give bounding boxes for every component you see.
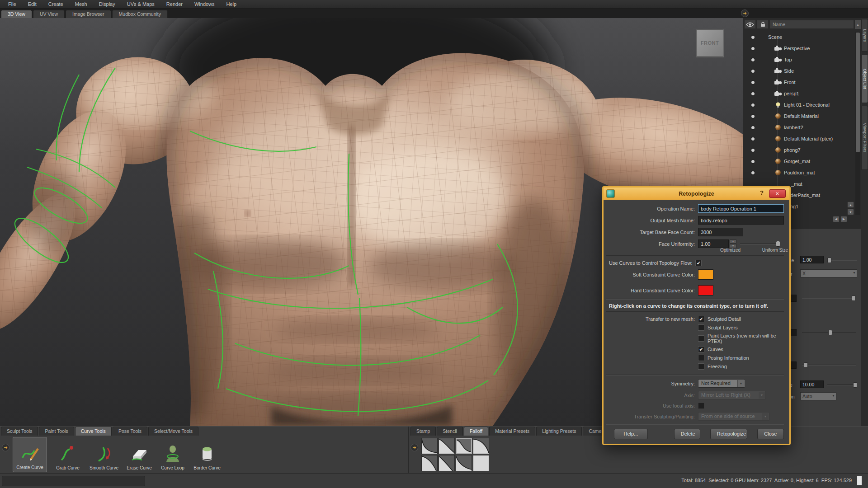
help-button[interactable]: Help... xyxy=(614,429,648,439)
visibility-dot[interactable] xyxy=(751,171,755,174)
tab-3d-view[interactable]: 3D View xyxy=(1,10,32,18)
tree-scroll-left-button[interactable]: ◀ xyxy=(833,216,840,222)
delete-button[interactable]: Delete xyxy=(674,429,700,439)
visibility-dot[interactable] xyxy=(751,36,755,39)
transfer-option-curves[interactable]: ✔ Curves xyxy=(698,346,784,352)
panel-expand-icon[interactable]: ➜ xyxy=(741,9,749,17)
tab-lighting-presets[interactable]: Lighting Presets xyxy=(536,427,582,436)
tree-item-perspective[interactable]: Perspective xyxy=(743,43,855,54)
size-slider[interactable] xyxy=(827,260,857,261)
dialog-help-button[interactable]: ? xyxy=(758,189,766,197)
visibility-dot[interactable] xyxy=(751,160,755,163)
transfer-option-paint-layers[interactable]: Paint Layers (new mesh will be PTEX) xyxy=(698,333,784,344)
output-mesh-name-input[interactable] xyxy=(698,216,784,225)
falloff-preset-7[interactable] xyxy=(456,455,472,471)
checkbox[interactable] xyxy=(698,335,704,342)
tree-scroll-up-button[interactable]: ▲ xyxy=(847,202,854,208)
visibility-dot[interactable] xyxy=(751,58,755,61)
tab-pose-tools[interactable]: Pose Tools xyxy=(113,427,147,436)
size-value[interactable]: 1.00 xyxy=(800,256,824,263)
visibility-dot[interactable] xyxy=(751,92,755,95)
target-base-face-count-input[interactable] xyxy=(698,228,743,236)
close-button[interactable]: Close xyxy=(757,429,784,439)
menu-windows[interactable]: Windows xyxy=(189,0,220,8)
tree-scroll-right-button[interactable]: ▶ xyxy=(840,216,847,222)
menu-create[interactable]: Create xyxy=(43,0,69,8)
visibility-dot[interactable] xyxy=(751,115,755,118)
tree-item-default-material-ptex[interactable]: Default Material (ptex) xyxy=(743,133,855,144)
name-column-header[interactable]: Name xyxy=(769,20,854,29)
lock-icon[interactable] xyxy=(757,20,769,29)
tree-item-lambert2[interactable]: lambert2 xyxy=(743,122,855,133)
tree-item-default-material[interactable]: Default Material xyxy=(743,111,855,122)
face-uniformity-slider[interactable] xyxy=(740,244,780,244)
tree-scroll-down-button[interactable]: ▼ xyxy=(847,209,854,215)
checkbox[interactable]: ✔ xyxy=(698,346,704,352)
tab-mudbox-community[interactable]: Mudbox Community xyxy=(112,10,168,18)
transfer-option-sculpt-layers[interactable]: Sculpt Layers xyxy=(698,324,784,331)
slider-knob[interactable] xyxy=(804,362,808,368)
slider-knob[interactable] xyxy=(827,258,831,263)
tab-uv-view[interactable]: UV View xyxy=(33,10,65,18)
menu-uvs-maps[interactable]: UVs & Maps xyxy=(122,0,160,8)
transfer-option-sculpted-detail[interactable]: ✔ Sculpted Detail xyxy=(698,316,784,322)
tree-item-side[interactable]: Side xyxy=(743,66,855,76)
menu-file[interactable]: File xyxy=(3,0,22,8)
dialog-titlebar[interactable]: Retopologize ? ✕ xyxy=(604,188,789,200)
visibility-dot[interactable] xyxy=(751,149,755,152)
falloff-preset-6[interactable] xyxy=(439,455,455,471)
tab-sculpt-tools[interactable]: Sculpt Tools xyxy=(1,427,38,436)
use-curves-checkbox[interactable]: ✔ xyxy=(695,260,702,266)
falloff-preset-4[interactable] xyxy=(473,438,489,454)
tab-layers[interactable]: Layers xyxy=(861,19,868,52)
falloff-preset-5[interactable] xyxy=(421,455,438,471)
symmetry-dropdown[interactable]: Not Required▼ xyxy=(698,379,745,388)
slider-knob[interactable] xyxy=(828,330,832,335)
mode-dropdown[interactable]: Auto▼ xyxy=(800,392,836,400)
tool-create-curve[interactable]: Create Curve xyxy=(13,437,47,472)
menu-mesh[interactable]: Mesh xyxy=(70,0,93,8)
transfer-option-freezing[interactable]: Freezing xyxy=(698,363,784,370)
falloff-preset-2[interactable] xyxy=(439,438,455,454)
checkbox[interactable]: ✔ xyxy=(698,316,704,322)
tab-select-move-tools[interactable]: Select/Move Tools xyxy=(148,427,198,436)
falloff-preset-8[interactable] xyxy=(473,455,489,471)
visibility-dot[interactable] xyxy=(751,103,755,107)
header-scroll-button[interactable]: ▲ xyxy=(855,20,861,29)
dialog-close-button[interactable]: ✕ xyxy=(769,189,786,198)
tool-tray-expand-icon[interactable]: ➜ xyxy=(2,444,9,451)
tree-item-gorget-mat[interactable]: Gorget_mat xyxy=(743,156,855,167)
tool-curve-loop[interactable]: Curve Loop xyxy=(156,437,190,472)
tree-item-top[interactable]: Top xyxy=(743,54,855,65)
mid-slider[interactable] xyxy=(802,332,856,333)
menu-help[interactable]: Help xyxy=(221,0,242,8)
visibility-dot[interactable] xyxy=(751,126,755,129)
checkbox[interactable] xyxy=(698,363,704,370)
visibility-dot[interactable] xyxy=(751,81,755,84)
face-uniformity-input[interactable] xyxy=(698,239,729,248)
tab-stamp[interactable]: Stamp xyxy=(410,427,436,436)
slider-knob[interactable] xyxy=(776,241,780,247)
tab-viewport-filters[interactable]: Viewport Filters xyxy=(861,106,868,170)
strength-slider[interactable] xyxy=(802,298,856,299)
visibility-eye-icon[interactable] xyxy=(744,20,756,29)
operation-name-input[interactable] xyxy=(698,204,784,213)
tab-material-presets[interactable]: Material Presets xyxy=(489,427,535,436)
checkbox[interactable] xyxy=(698,324,704,331)
visibility-dot[interactable] xyxy=(751,137,755,141)
low-slider[interactable] xyxy=(802,365,856,366)
distance-value[interactable]: 10.00 xyxy=(800,380,824,388)
visibility-dot[interactable] xyxy=(751,70,755,73)
tool-smooth-curve[interactable]: Smooth Curve xyxy=(87,437,121,472)
tab-falloff[interactable]: Falloff xyxy=(464,427,488,436)
checkbox[interactable] xyxy=(698,355,704,361)
tool-grab-curve[interactable]: Grab Curve xyxy=(51,437,85,472)
tab-curve-tools[interactable]: Curve Tools xyxy=(75,427,112,436)
preset-tray-expand-icon[interactable]: ➜ xyxy=(410,444,418,451)
tree-item-pauldron-mat[interactable]: Pauldron_mat xyxy=(743,167,855,178)
menu-display[interactable]: Display xyxy=(94,0,121,8)
status-command-input[interactable] xyxy=(2,476,145,486)
tree-item-persp1[interactable]: persp1 xyxy=(743,88,855,99)
tree-item-light01[interactable]: Light 01 - Directional xyxy=(743,99,855,110)
tree-item-phong7[interactable]: phong7 xyxy=(743,145,855,155)
